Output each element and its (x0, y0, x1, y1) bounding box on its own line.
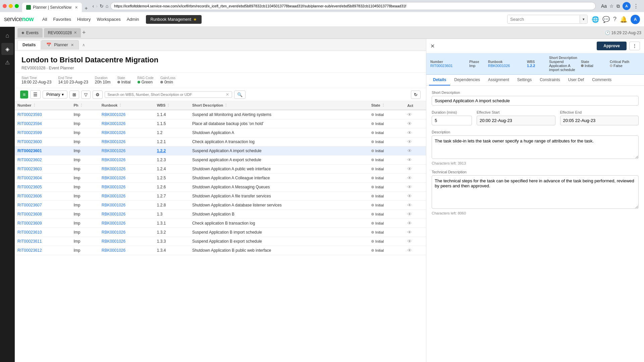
row-number-link[interactable]: RIT00023605 (17, 185, 42, 189)
row-runbook-link[interactable]: RBK0001026 (102, 212, 125, 217)
search-input[interactable] (507, 15, 580, 23)
rp-tab-comments[interactable]: Comments (588, 75, 615, 85)
rp-tab-settings[interactable]: Settings (513, 75, 536, 85)
profile-avatar[interactable]: A (623, 2, 631, 10)
browser-tab-close[interactable]: ✕ (75, 5, 78, 10)
table-search-input[interactable] (108, 93, 226, 97)
new-browser-tab-button[interactable]: + (83, 5, 90, 11)
row-number-link[interactable]: RIT00023609 (17, 221, 42, 226)
chat-icon[interactable]: 💬 (602, 16, 610, 23)
sidebar-alert-icon[interactable]: ⚠ (1, 56, 13, 68)
eye-icon[interactable]: 👁 (407, 212, 412, 217)
eye-icon[interactable]: 👁 (407, 193, 412, 199)
rp-tab-assignment[interactable]: Assignment (484, 75, 513, 85)
expand-arrow[interactable]: ∧ (79, 41, 88, 49)
row-act[interactable]: 👁 (405, 201, 426, 210)
row-act[interactable]: 👁 (405, 192, 426, 201)
form-short-desc-input[interactable] (432, 96, 639, 106)
eye-icon[interactable]: 👁 (407, 157, 412, 163)
nav-all[interactable]: All (40, 15, 50, 23)
row-number-link[interactable]: RIT00023604 (17, 176, 42, 180)
rp-number-link[interactable]: RIT00023601 (430, 64, 453, 68)
settings-gear-btn[interactable]: ⚙ (93, 90, 103, 99)
row-act[interactable]: 👁 (405, 210, 426, 219)
row-runbook-link[interactable]: RBK0001026 (102, 112, 125, 117)
eye-icon[interactable]: 👁 (407, 130, 412, 135)
eye-icon[interactable]: 👁 (407, 166, 412, 172)
row-runbook-link[interactable]: RBK0001026 (102, 148, 125, 153)
back-button[interactable]: ‹ (93, 3, 94, 9)
row-act[interactable]: 👁 (405, 183, 426, 192)
table-row[interactable]: RIT00023611 Imp RBK0001026 1.3.3 Suspend… (15, 237, 426, 246)
table-row[interactable]: RIT00023609 Imp RBK0001026 1.3.1 Check a… (15, 219, 426, 228)
address-bar[interactable] (110, 2, 596, 10)
table-row[interactable]: RIT00023608 Imp RBK0001026 1.3 Shutdown … (15, 210, 426, 219)
row-runbook-link[interactable]: RBK0001026 (102, 221, 125, 226)
right-panel-close-btn[interactable]: ✕ (430, 43, 435, 49)
row-number-link[interactable]: RIT00023601 (17, 148, 42, 153)
browser-tab-planner[interactable]: Planner | ServiceNow ✕ (22, 3, 82, 12)
rp-tab-details[interactable]: Details (429, 75, 450, 85)
eye-icon[interactable]: 👁 (407, 230, 412, 235)
row-runbook-link[interactable]: RBK0001026 (102, 239, 125, 244)
row-number-link[interactable]: RIT00023607 (17, 203, 42, 207)
row-act[interactable]: 👁 (405, 219, 426, 228)
form-duration-input[interactable] (432, 116, 472, 125)
table-row[interactable]: RIT00023594 Imp RBK0001026 1.1.5 Place a… (15, 119, 426, 128)
row-act[interactable]: 👁 (405, 119, 426, 128)
table-row[interactable]: RIT00023593 Imp RBK0001026 1.1.4 Suspend… (15, 110, 426, 119)
refresh-btn[interactable]: ↻ (411, 90, 421, 99)
sub-tab-planner[interactable]: 📅 Planner ✕ (41, 40, 78, 50)
bell-icon[interactable]: 🔔 (620, 16, 627, 23)
form-eff-end-input[interactable] (560, 116, 639, 125)
row-number-link[interactable]: RIT00023611 (17, 239, 42, 244)
row-number-link[interactable]: RIT00023610 (17, 230, 42, 235)
nav-history[interactable]: History (74, 15, 93, 23)
sub-tab-planner-close[interactable]: ✕ (71, 43, 74, 47)
row-number-link[interactable]: RIT00023594 (17, 121, 42, 126)
row-act[interactable]: 👁 (405, 146, 426, 156)
user-avatar[interactable]: A (631, 15, 640, 24)
table-row[interactable]: RIT00023612 Imp RBK0001026 1.3.4 Shutdow… (15, 246, 426, 255)
row-runbook-link[interactable]: RBK0001026 (102, 185, 125, 189)
eye-icon[interactable]: 👁 (407, 248, 412, 253)
home-browser-button[interactable]: ⌂ (106, 3, 108, 9)
row-act[interactable]: 👁 (405, 174, 426, 183)
more-browser-options[interactable]: ⋮ (633, 3, 639, 9)
row-act[interactable]: 👁 (405, 137, 426, 146)
sidebar-home-icon[interactable]: ⌂ (1, 29, 13, 42)
grid-view-btn[interactable]: ⊞ (69, 90, 79, 99)
add-tab-button[interactable]: + (82, 29, 86, 36)
row-act[interactable]: 👁 (405, 156, 426, 165)
row-runbook-link[interactable]: RBK0001026 (102, 158, 125, 162)
runbook-management-button[interactable]: Runbook Management ★ (146, 15, 202, 24)
table-row[interactable]: RIT00023603 Imp RBK0001026 1.2.4 Shutdow… (15, 165, 426, 174)
table-row[interactable]: RIT00023601 Imp RBK0001026 1.2.2 Suspend… (15, 146, 426, 156)
primary-dropdown-btn[interactable]: Primary ▾ (43, 90, 67, 99)
row-runbook-link[interactable]: RBK0001026 (102, 203, 125, 207)
eye-icon[interactable]: 👁 (407, 221, 412, 226)
bookmark-icon[interactable]: ☆ (609, 3, 614, 9)
approve-button[interactable]: Approve (597, 42, 627, 50)
rp-runbook-link[interactable]: RBK0001026 (488, 64, 510, 68)
toggle-view-btn[interactable]: ≡ (20, 90, 28, 99)
extensions-icon[interactable]: ⧉ (616, 3, 620, 9)
eye-icon[interactable]: 👁 (407, 184, 412, 190)
list-view-btn[interactable]: ☰ (30, 90, 41, 99)
eye-icon[interactable]: 👁 (407, 121, 412, 126)
row-number-link[interactable]: RIT00023593 (17, 112, 42, 117)
row-number-link[interactable]: RIT00023603 (17, 167, 42, 171)
eye-icon[interactable]: 👁 (407, 202, 412, 208)
row-number-link[interactable]: RIT00023600 (17, 139, 42, 144)
search-clear-icon[interactable]: ✕ (226, 92, 229, 97)
row-number-link[interactable]: RIT00023599 (17, 130, 42, 135)
row-runbook-link[interactable]: RBK0001026 (102, 176, 125, 180)
search-dropdown-btn[interactable]: ▾ (580, 15, 587, 23)
row-number-link[interactable]: RIT00023608 (17, 212, 42, 217)
table-row[interactable]: RIT00023606 Imp RBK0001026 1.2.7 Shutdow… (15, 192, 426, 201)
globe-icon[interactable]: 🌐 (592, 16, 599, 23)
forward-button[interactable]: › (96, 3, 98, 9)
eye-icon[interactable]: 👁 (407, 239, 412, 244)
table-row[interactable]: RIT00023602 Imp RBK0001026 1.2.3 Suspend… (15, 156, 426, 165)
maximize-traffic-light[interactable] (15, 4, 19, 8)
